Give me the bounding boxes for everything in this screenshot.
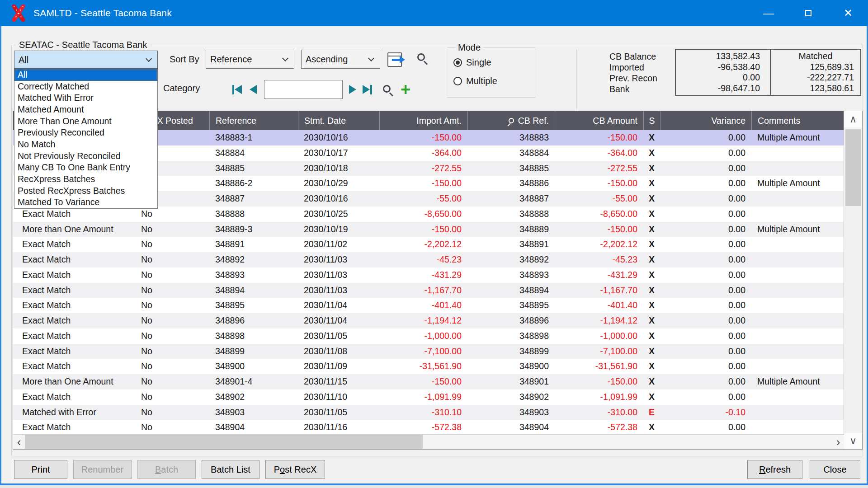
cell-cb-amount[interactable]: -401.40 [555,298,643,313]
cell-comments[interactable] [751,405,844,420]
table-row[interactable]: Exact MatchNo3488932030/11/03-431.293488… [13,267,844,283]
cell-cb-ref[interactable]: 348900 [467,359,555,374]
cell-cb-amount[interactable]: -150.00 [555,222,643,237]
cell-import-amt[interactable]: -45.23 [379,252,467,267]
cell-recx-posted[interactable]: No [135,420,209,435]
cell-cb-ref[interactable]: 348891 [467,237,555,252]
cell-recx-posted[interactable]: No [135,344,209,359]
filter-option[interactable]: Matched With Error [14,92,157,104]
cell-variance[interactable]: 0.00 [660,313,751,328]
cell-import-amt[interactable]: -1,000.00 [379,328,467,344]
cell-cb-ref[interactable]: 348896 [467,313,555,328]
cell-recx-posted[interactable]: No [135,328,209,344]
cell-comments[interactable] [751,161,844,176]
cell-status[interactable]: X [643,176,660,191]
cell-status[interactable]: X [643,237,660,252]
cell-status[interactable]: X [643,420,660,435]
cell-variance[interactable]: -0.10 [660,405,751,420]
cell-stmt-date[interactable]: 2030/11/16 [298,420,379,435]
scroll-up-icon[interactable]: ∧ [844,111,862,127]
minimize-button[interactable]: — [749,0,788,26]
cell-reference[interactable]: 348889-3 [209,222,298,237]
cell-variance[interactable]: 0.00 [660,191,751,206]
cell-import-amt[interactable]: -150.00 [379,176,467,191]
cell-import-amt[interactable]: -431.29 [379,267,467,283]
cell-import-amt[interactable]: -55.00 [379,191,467,206]
cell-recx-posted[interactable]: No [135,252,209,267]
filter-option[interactable]: More Than One Amount [14,116,157,127]
cell-comments[interactable] [751,298,844,313]
cell-stmt-date[interactable]: 2030/10/17 [298,145,379,161]
cell-variance[interactable]: 0.00 [660,161,751,176]
cell-status[interactable]: X [643,222,660,237]
cell-import-amt[interactable]: -2,202.12 [379,237,467,252]
cell-import-amt[interactable]: -31,561.90 [379,359,467,374]
cell-reference[interactable]: 348887 [209,191,298,206]
cell-stmt-date[interactable]: 2030/11/05 [298,328,379,344]
cell-stmt-date[interactable]: 2030/11/05 [298,405,379,420]
table-row[interactable]: Exact MatchNo3489042030/11/16-572.383489… [13,420,844,435]
cell-import-amt[interactable]: -7,100.00 [379,344,467,359]
table-row[interactable]: Matched with ErrorNo3489032030/11/05-310… [13,405,844,420]
next-record-button[interactable] [349,85,356,94]
cell-comments[interactable]: Multiple Amount [751,130,844,145]
cell-cb-amount[interactable]: -1,091.99 [555,389,643,405]
cell-variance[interactable]: 0.00 [660,328,751,344]
cell-comments[interactable] [751,191,844,206]
cell-stmt-date[interactable]: 2030/11/08 [298,344,379,359]
cell-cb-ref[interactable]: 348884 [467,145,555,161]
cell-cb-amount[interactable]: -150.00 [555,374,643,389]
table-row[interactable]: More than One AmountNo348889-32030/10/19… [13,222,844,237]
cell-comments[interactable] [751,389,844,405]
batch-list-button[interactable]: Batch List [202,460,259,479]
cell-variance[interactable]: 0.00 [660,374,751,389]
cell-variance[interactable]: 0.00 [660,176,751,191]
cell-variance[interactable]: 0.00 [660,389,751,405]
cell-recx-posted[interactable]: No [135,405,209,420]
cell-recx-posted[interactable]: No [135,298,209,313]
cell-match-type[interactable]: Exact Match [13,313,135,328]
cell-stmt-date[interactable]: 2030/10/19 [298,222,379,237]
cell-cb-amount[interactable]: -55.00 [555,191,643,206]
cell-comments[interactable] [751,252,844,267]
cell-import-amt[interactable]: -8,650.00 [379,206,467,222]
cell-cb-ref[interactable]: 348885 [467,161,555,176]
cell-reference[interactable]: 348899 [209,344,298,359]
cell-cb-amount[interactable]: -431.29 [555,267,643,283]
cell-status[interactable]: X [643,252,660,267]
cell-comments[interactable] [751,283,844,298]
renumber-button[interactable]: Renumber [73,460,132,479]
cell-match-type[interactable]: Exact Match [13,359,135,374]
cell-comments[interactable] [751,344,844,359]
table-row[interactable]: Exact MatchNo3488962030/11/04-1,194.1234… [13,313,844,328]
cell-reference[interactable]: 348900 [209,359,298,374]
table-row[interactable]: Exact MatchNo3488992030/11/08-7,100.0034… [13,344,844,359]
cell-stmt-date[interactable]: 2030/11/09 [298,359,379,374]
cell-import-amt[interactable]: -150.00 [379,374,467,389]
cell-import-amt[interactable]: -1,091.99 [379,389,467,405]
cell-import-amt[interactable]: -401.40 [379,298,467,313]
cell-status[interactable]: E [643,405,660,420]
cell-cb-ref[interactable]: 348893 [467,267,555,283]
table-row[interactable]: Exact MatchNo3488982030/11/05-1,000.0034… [13,328,844,344]
cell-stmt-date[interactable]: 2030/11/03 [298,283,379,298]
cell-cb-amount[interactable]: -1,167.70 [555,283,643,298]
cell-stmt-date[interactable]: 2030/11/03 [298,267,379,283]
cell-cb-amount[interactable]: -2,202.12 [555,237,643,252]
horizontal-scroll-thumb[interactable] [25,435,423,449]
cell-recx-posted[interactable]: No [135,222,209,237]
cell-reference[interactable]: 348888 [209,206,298,222]
search-icon[interactable] [417,53,433,69]
cell-variance[interactable]: 0.00 [660,145,751,161]
filter-option[interactable]: Matched Amount [14,104,157,116]
post-recx-button[interactable]: Post RecX [265,460,325,479]
cell-cb-ref[interactable]: 348888 [467,206,555,222]
cell-cb-ref[interactable]: 348903 [467,405,555,420]
cell-import-amt[interactable]: -310.10 [379,405,467,420]
cell-import-amt[interactable]: -150.00 [379,130,467,145]
cell-cb-amount[interactable]: -272.55 [555,161,643,176]
vertical-scrollbar[interactable]: ∧ ∨ [844,111,862,449]
cell-reference[interactable]: 348886-2 [209,176,298,191]
export-window-icon[interactable] [387,52,408,70]
cell-cb-ref[interactable]: 348904 [467,420,555,435]
